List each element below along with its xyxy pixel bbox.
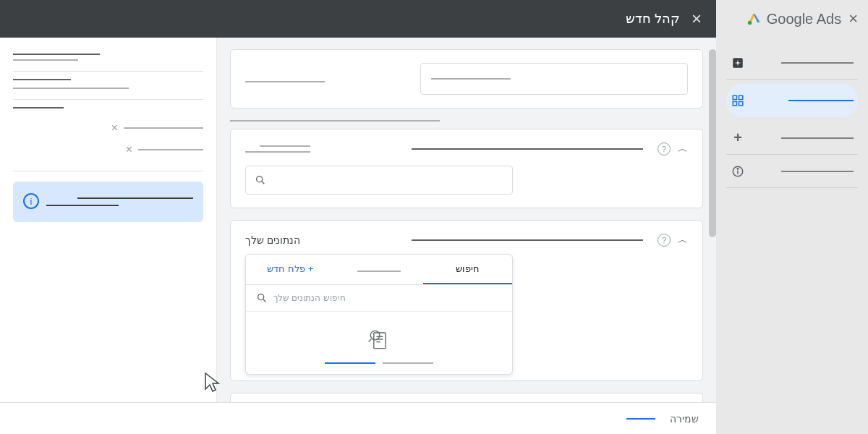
svg-point-11 [258,294,264,300]
scrollbar[interactable] [709,49,716,237]
remove-tag-icon[interactable]: × [126,143,132,156]
tabs-bar: חיפוש + פלח חדש [246,255,512,285]
remove-tag-icon[interactable]: × [111,122,118,135]
svg-rect-4 [733,102,736,106]
help-icon[interactable]: ? [658,142,671,156]
right-nav: + [716,38,868,197]
svg-rect-5 [739,102,743,106]
footer-action[interactable] [626,418,655,420]
search-placeholder: חיפוש הנתונים שלך [273,293,346,303]
background-panel: × Google Ads + [716,0,868,434]
modal-title: קהל חדש [626,11,680,27]
search-icon [255,174,266,186]
chevron-up-icon[interactable]: ︿ [678,142,688,156]
modal-footer: שמירה [0,402,716,434]
tag-item-1: × [13,117,203,139]
svg-point-8 [737,168,739,169]
document-search-icon [366,326,392,352]
svg-point-17 [370,331,380,340]
svg-point-0 [748,21,752,25]
summary-block-2 [13,79,203,89]
summary-sidebar: × × i [0,38,217,434]
audience-name-input[interactable] [420,63,688,95]
google-ads-logo: Google Ads [746,11,841,27]
brand-text: Google Ads [767,11,841,27]
info-icon: i [23,193,39,209]
your-data-card: ︿ ? הנתונים שלך חיפוש + פלח חדש חיפוש הנ… [230,220,703,381]
search-icon [256,292,268,304]
info-icon [731,164,745,179]
sparkle-icon [731,56,745,70]
your-data-title: הנתונים שלך [245,234,300,246]
audience-modal: × קהל חדש [0,0,716,434]
info-banner: i [13,182,203,222]
main-content: ︿ ? ︿ ? [217,38,716,434]
nav-item-add[interactable]: + [726,122,858,155]
nav-item-info[interactable] [726,155,858,188]
segment-search-input[interactable] [245,166,513,195]
chevron-up-icon[interactable]: ︿ [678,234,688,247]
tab-new-segment[interactable]: + פלח חדש [246,255,335,284]
nav-item-create[interactable] [726,46,858,80]
app-header: × Google Ads [716,0,868,38]
close-icon[interactable]: × [848,9,858,28]
modal-header: × קהל חדש [0,0,716,38]
svg-point-9 [257,176,263,182]
tab-browse[interactable] [335,255,424,284]
segment-card-1: ︿ ? [230,129,703,208]
modal-close-icon[interactable]: × [692,9,702,29]
section-label [230,120,700,122]
tab-search[interactable]: חיפוש [423,255,512,284]
svg-rect-3 [739,95,743,99]
empty-state [246,312,512,374]
plus-icon: + [731,131,745,145]
data-tabs-popup: חיפוש + פלח חדש חיפוש הנתונים שלך [245,254,513,375]
nav-item-campaigns[interactable] [726,84,858,117]
svg-line-10 [262,182,264,184]
save-button[interactable]: שמירה [670,413,699,425]
summary-block-3: × × [13,107,203,161]
grid-icon [731,93,745,108]
help-icon[interactable]: ? [658,234,671,247]
ads-logo-icon [746,11,762,27]
data-search-input[interactable]: חיפוש הנתונים שלך [246,285,512,312]
svg-line-12 [263,299,265,302]
svg-rect-2 [733,95,736,99]
svg-line-18 [369,339,372,342]
summary-block-1 [13,54,203,61]
name-card [230,49,703,109]
tag-item-2: × [13,139,203,161]
